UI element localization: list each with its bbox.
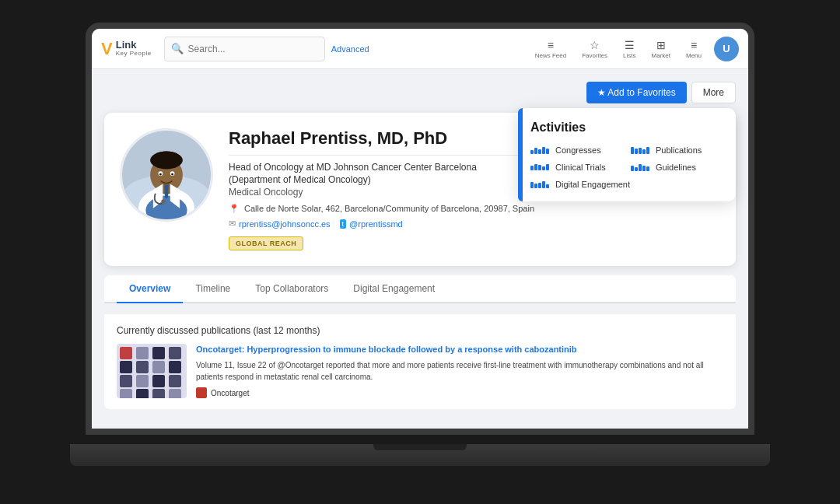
thumb-cell	[152, 347, 165, 359]
thumb-cell	[136, 347, 149, 359]
nav-news-feed[interactable]: ≡ News Feed	[529, 36, 572, 62]
pub-description: Volume 11, Issue 22 of @Oncotarget repor…	[196, 359, 723, 383]
nav-favorites[interactable]: ☆ Favorites	[576, 36, 614, 62]
address-text: Calle de Norte Solar, 462, Barcelona/Com…	[244, 204, 534, 213]
tabs-row: Overview Timeline Top Collaborators Digi…	[104, 275, 736, 303]
bar	[546, 184, 549, 188]
bar	[538, 183, 541, 188]
activity-guidelines: Guidelines	[631, 163, 723, 172]
news-feed-icon: ≡	[548, 39, 554, 51]
nav-menu[interactable]: ≡ Menu	[680, 36, 708, 62]
thumb-cell	[136, 375, 149, 387]
email-contact[interactable]: ✉ rprentiss@johnsoncc.es	[229, 219, 331, 229]
tab-timeline[interactable]: Timeline	[183, 275, 243, 303]
location-icon: 📍	[229, 204, 240, 214]
menu-label: Menu	[686, 52, 702, 59]
app-container: V Link Key People 🔍 Advanced	[92, 29, 748, 429]
congresses-label: Congresses	[555, 145, 601, 155]
thumb-cell	[136, 361, 149, 373]
nav-market[interactable]: ⊞ Market	[646, 36, 677, 62]
bar	[534, 184, 537, 188]
svg-point-7	[152, 152, 181, 166]
menu-icon: ≡	[691, 39, 697, 51]
publications-section: Currently discussed publications (last 1…	[104, 314, 736, 409]
logo-v-icon: V	[101, 40, 113, 58]
digital-engagement-bars	[530, 181, 549, 188]
activities-grid: Congresses Publications	[530, 145, 723, 189]
bar	[542, 147, 545, 154]
nav-icons: ≡ News Feed ☆ Favorites ☰ Lists ⊞	[529, 36, 739, 62]
twitter-text[interactable]: @rprentissmd	[349, 219, 403, 229]
market-label: Market	[652, 52, 670, 59]
add-to-favorites-button[interactable]: ★ Add to Favorites	[586, 82, 687, 103]
pub-source: Oncotarget	[196, 387, 723, 398]
svg-point-11	[171, 173, 173, 176]
profile-avatar	[120, 128, 213, 222]
bar	[642, 166, 646, 171]
bar	[631, 166, 634, 171]
bar	[530, 166, 534, 170]
bar	[542, 181, 545, 188]
bar	[534, 164, 537, 170]
congresses-bars	[530, 147, 549, 154]
bar	[635, 167, 638, 171]
publication-item: Oncotarget: Hyperprogression to immune b…	[117, 344, 723, 398]
publications-section-title: Currently discussed publications (last 1…	[117, 325, 723, 336]
thumb-cell	[120, 361, 132, 373]
logo-link-label: Link	[116, 40, 152, 51]
guidelines-bars	[631, 164, 649, 171]
bar	[534, 148, 537, 154]
thumb-cell	[152, 389, 165, 398]
clinical-trials-bars	[530, 164, 549, 170]
activity-clinical-trials: Clinical Trials	[530, 163, 623, 172]
laptop-base	[70, 444, 770, 466]
logo[interactable]: V Link Key People	[101, 40, 152, 58]
email-icon: ✉	[229, 219, 236, 229]
more-button[interactable]: More	[691, 82, 736, 103]
pub-info: Oncotarget: Hyperprogression to immune b…	[196, 344, 723, 398]
thumb-cell	[169, 375, 181, 387]
thumb-cell	[136, 389, 149, 398]
profile-contacts: ✉ rprentiss@johnsoncc.es t @rprentissmd	[229, 219, 720, 229]
thumb-cell	[169, 347, 181, 359]
publications-activity-label: Publications	[656, 145, 702, 155]
market-icon: ⊞	[656, 39, 666, 51]
tab-top-collaborators[interactable]: Top Collaborators	[243, 275, 341, 303]
bar	[546, 149, 549, 154]
svg-point-15	[161, 199, 166, 204]
lists-icon: ☰	[625, 39, 635, 51]
activity-publications: Publications	[631, 145, 723, 155]
search-bar[interactable]: 🔍	[164, 37, 325, 61]
advanced-search-link[interactable]: Advanced	[331, 44, 369, 54]
activity-digital-engagement: Digital Engagement	[530, 180, 723, 189]
activities-panel: Activities Congresses	[518, 108, 736, 201]
twitter-icon: t	[340, 219, 347, 229]
activity-congresses: Congresses	[530, 145, 623, 155]
thumb-cell	[152, 361, 165, 373]
nav-lists[interactable]: ☰ Lists	[617, 36, 642, 62]
twitter-contact[interactable]: t @rprentissmd	[340, 219, 403, 229]
bar	[635, 149, 638, 154]
favorites-icon: ☆	[590, 39, 600, 51]
favorites-label: Favorites	[582, 52, 607, 59]
svg-point-10	[159, 173, 162, 176]
global-reach-badge: GLOBAL REACH	[229, 236, 303, 250]
tab-digital-engagement[interactable]: Digital Engagement	[341, 275, 447, 303]
clinical-trials-label: Clinical Trials	[555, 163, 606, 172]
logo-subtext-label: Key People	[116, 51, 152, 58]
user-avatar[interactable]: U	[714, 37, 739, 61]
laptop-shell: V Link Key People 🔍 Advanced	[70, 23, 770, 481]
guidelines-label: Guidelines	[656, 163, 696, 172]
tab-overview[interactable]: Overview	[117, 275, 183, 303]
bar	[646, 147, 649, 154]
thumb-cell	[120, 347, 132, 359]
pub-source-name: Oncotarget	[211, 389, 249, 397]
email-text[interactable]: rprentiss@johnsoncc.es	[239, 219, 331, 229]
search-input[interactable]	[188, 44, 318, 54]
news-feed-label: News Feed	[535, 52, 566, 59]
bar	[530, 182, 534, 188]
pub-title[interactable]: Oncotarget: Hyperprogression to immune b…	[196, 344, 723, 355]
pub-source-dot	[196, 387, 207, 398]
thumb-cell	[120, 389, 132, 398]
tabs-section: Overview Timeline Top Collaborators Digi…	[104, 275, 736, 409]
